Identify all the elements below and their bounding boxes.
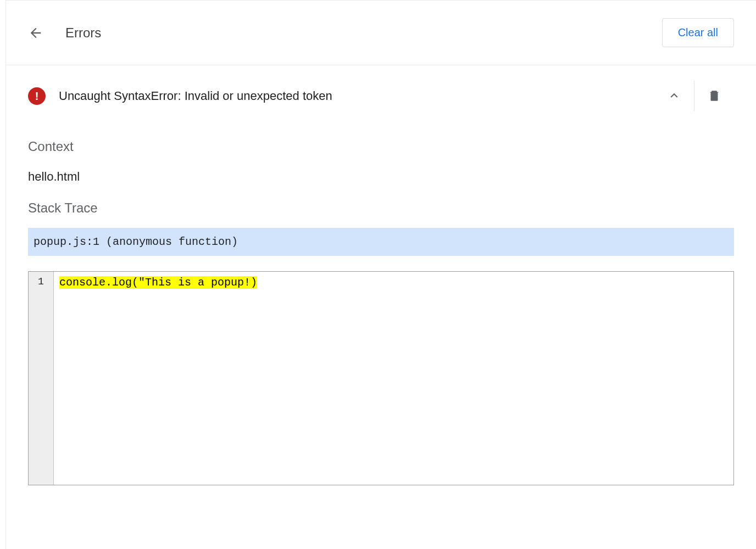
error-item: ! Uncaught SyntaxError: Invalid or unexp… bbox=[28, 65, 734, 485]
code-viewer: 1 console.log("This is a popup!) bbox=[28, 271, 734, 485]
back-arrow-icon[interactable] bbox=[28, 25, 43, 41]
stack-trace-heading: Stack Trace bbox=[28, 200, 734, 216]
line-number: 1 bbox=[29, 276, 53, 287]
chevron-up-icon bbox=[667, 88, 681, 104]
error-icon: ! bbox=[28, 87, 46, 105]
error-message: Uncaught SyntaxError: Invalid or unexpec… bbox=[59, 89, 654, 103]
stack-trace-entry[interactable]: popup.js:1 (anonymous function) bbox=[28, 228, 734, 256]
trash-icon bbox=[707, 88, 721, 104]
code-content: console.log("This is a popup!) bbox=[54, 272, 733, 485]
delete-button[interactable] bbox=[694, 81, 734, 111]
code-gutter: 1 bbox=[29, 272, 54, 485]
context-file: hello.html bbox=[28, 170, 734, 184]
context-heading: Context bbox=[28, 139, 734, 154]
collapse-button[interactable] bbox=[654, 81, 694, 111]
clear-all-button[interactable]: Clear all bbox=[662, 18, 734, 47]
page-title: Errors bbox=[65, 25, 101, 41]
code-highlight: console.log("This is a popup!) bbox=[59, 276, 257, 289]
